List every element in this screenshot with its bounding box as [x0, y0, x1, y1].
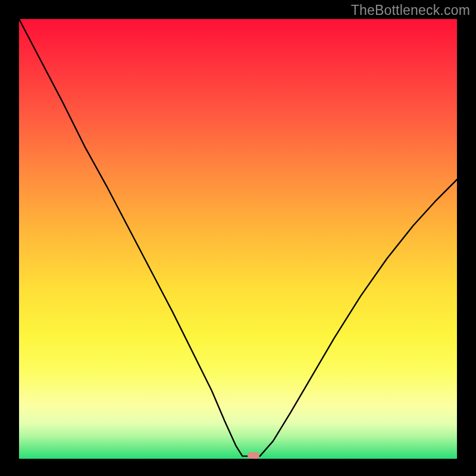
watermark-text: TheBottleneck.com [351, 2, 470, 18]
optimum-marker [248, 452, 259, 459]
plot-background-gradient [19, 19, 457, 459]
chart-frame: TheBottleneck.com [0, 0, 476, 476]
